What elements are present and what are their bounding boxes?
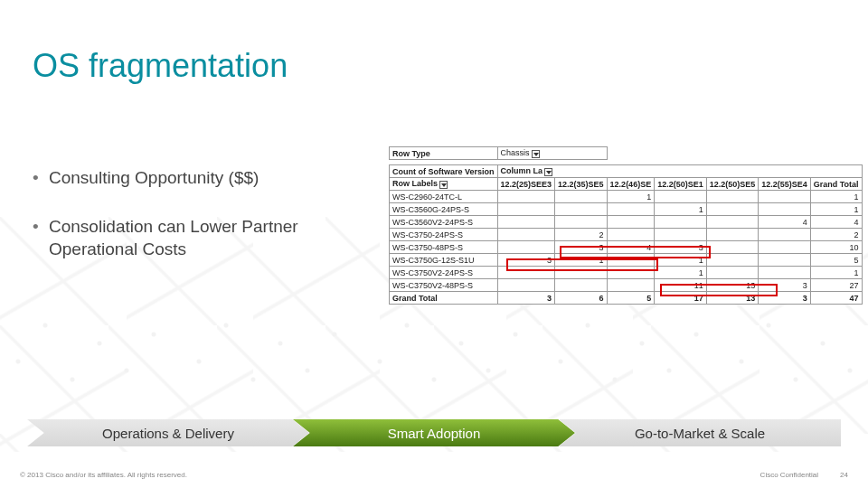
col-h-1: 12.2(35)SE5 bbox=[555, 178, 608, 191]
table-row: WS-C3750-24PS-S22 bbox=[390, 229, 863, 241]
col-h-3: 12.2(50)SE1 bbox=[655, 178, 707, 191]
pivot-row-axis: Row Labels bbox=[390, 178, 498, 191]
col-h-2: 12.2(46)SE bbox=[607, 178, 655, 191]
table-row: WS-C3750V2-24PS-S11 bbox=[390, 267, 863, 279]
chevron-3: Go-to-Market & Scale bbox=[559, 419, 841, 446]
chevron-1: Operations & Delivery bbox=[27, 419, 309, 446]
table-row: WS-C3750-48PS-S34310 bbox=[390, 241, 863, 254]
table-row: WS-C2960-24TC-L11 bbox=[390, 191, 863, 203]
col-h-6: Grand Total bbox=[810, 178, 862, 191]
footer-copyright: © 2013 Cisco and/or its affiliates. All … bbox=[20, 471, 187, 479]
pivot-table: Row Type Chassis Count of Software Versi… bbox=[389, 146, 841, 305]
footer-confidential: Cisco Confidential bbox=[760, 471, 818, 479]
col-h-4: 12.2(50)SE5 bbox=[706, 178, 759, 191]
table-row: WS-C3750V2-48PS-S1113327 bbox=[390, 279, 863, 292]
col-h-0: 12.2(25)SEE3 bbox=[497, 178, 555, 191]
dropdown-icon[interactable] bbox=[439, 181, 448, 189]
col-h-5: 12.2(55)SE4 bbox=[759, 178, 811, 191]
grand-total-row: Grand Total 3 6 5 17 13 3 47 bbox=[390, 292, 863, 305]
dropdown-icon[interactable] bbox=[532, 150, 540, 158]
slide: OS fragmentation Consulting Opportunity … bbox=[0, 0, 868, 488]
pivot-col-axis: Column La bbox=[497, 165, 862, 178]
pivot-filter-value: Chassis bbox=[497, 147, 607, 160]
slide-title: OS fragmentation bbox=[33, 47, 288, 85]
bullet-2: Consolidation can Lower Partner Operatio… bbox=[33, 215, 367, 261]
chevron-3-label: Go-to-Market & Scale bbox=[635, 426, 765, 441]
chevron-2-label: Smart Adoption bbox=[388, 426, 481, 441]
chevron-2: Smart Adoption bbox=[293, 419, 575, 446]
pivot-filter-label: Row Type bbox=[390, 147, 498, 160]
table-row: WS-C3560G-24PS-S11 bbox=[390, 203, 863, 216]
footer: © 2013 Cisco and/or its affiliates. All … bbox=[20, 471, 848, 479]
bullet-1: Consulting Opportunity ($$) bbox=[33, 166, 367, 190]
pivot-count-label: Count of Software Version bbox=[390, 165, 498, 178]
chevron-1-label: Operations & Delivery bbox=[102, 426, 234, 441]
chevron-row: Operations & Delivery Smart Adoption Go-… bbox=[27, 419, 841, 446]
dropdown-icon[interactable] bbox=[544, 168, 552, 176]
footer-page: 24 bbox=[840, 471, 848, 479]
table-row: WS-C3560V2-24PS-S44 bbox=[390, 216, 863, 229]
bullet-list: Consulting Opportunity ($$) Consolidatio… bbox=[33, 166, 367, 286]
table-row: WS-C3750G-12S-S1U3115 bbox=[390, 254, 863, 267]
